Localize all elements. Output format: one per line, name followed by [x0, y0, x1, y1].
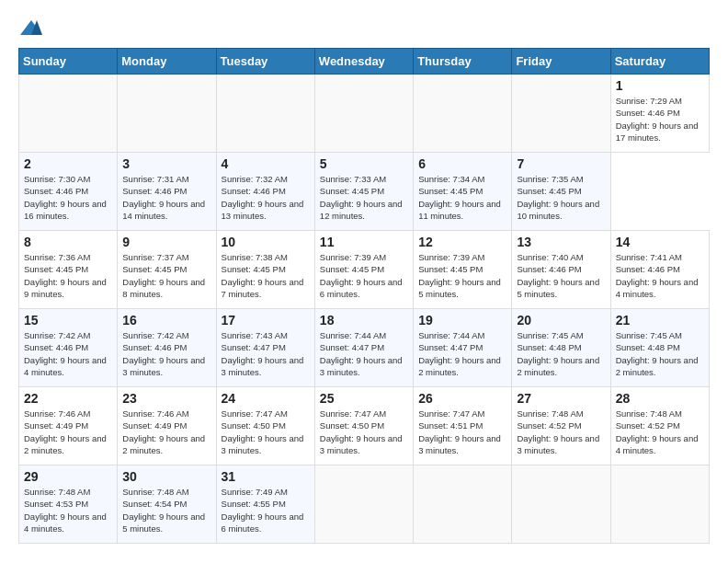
- cell-details: Sunrise: 7:47 AM Sunset: 4:51 PM Dayligh…: [418, 408, 506, 456]
- calendar-cell: 26 Sunrise: 7:47 AM Sunset: 4:51 PM Dayl…: [414, 387, 512, 465]
- day-number: 26: [418, 391, 506, 406]
- day-number: 8: [24, 235, 112, 249]
- calendar-cell: 23 Sunrise: 7:46 AM Sunset: 4:49 PM Dayl…: [118, 387, 216, 465]
- cell-details: Sunrise: 7:32 AM Sunset: 4:46 PM Dayligh…: [222, 173, 310, 222]
- day-number: 14: [616, 235, 704, 249]
- day-number: 4: [222, 156, 310, 171]
- calendar-cell: 30 Sunrise: 7:48 AM Sunset: 4:54 PM Dayl…: [118, 465, 216, 544]
- day-number: 30: [122, 469, 210, 484]
- day-number: 24: [222, 391, 310, 406]
- cell-details: Sunrise: 7:39 AM Sunset: 4:45 PM Dayligh…: [320, 251, 408, 300]
- cell-details: Sunrise: 7:38 AM Sunset: 4:45 PM Dayligh…: [222, 251, 310, 300]
- weekday-header: Wednesday: [314, 49, 413, 75]
- day-number: 15: [24, 313, 112, 327]
- cell-details: Sunrise: 7:45 AM Sunset: 4:48 PM Dayligh…: [517, 329, 605, 378]
- calendar-cell: 6 Sunrise: 7:34 AM Sunset: 4:45 PM Dayli…: [414, 153, 512, 231]
- day-number: 7: [517, 156, 605, 171]
- day-number: 3: [122, 156, 210, 171]
- calendar-cell: 1 Sunrise: 7:29 AM Sunset: 4:46 PM Dayli…: [610, 75, 709, 153]
- calendar-cell: 8 Sunrise: 7:36 AM Sunset: 4:45 PM Dayli…: [19, 231, 118, 309]
- day-number: 13: [517, 235, 605, 249]
- day-number: 5: [320, 156, 408, 171]
- day-number: 12: [418, 235, 506, 249]
- calendar-cell: 31 Sunrise: 7:49 AM Sunset: 4:55 PM Dayl…: [216, 465, 314, 544]
- calendar-cell: 27 Sunrise: 7:48 AM Sunset: 4:52 PM Dayl…: [512, 387, 610, 465]
- calendar-cell: [314, 75, 413, 153]
- cell-details: Sunrise: 7:33 AM Sunset: 4:45 PM Dayligh…: [320, 173, 408, 222]
- calendar-cell: 29 Sunrise: 7:48 AM Sunset: 4:53 PM Dayl…: [19, 465, 118, 544]
- calendar-cell: [512, 465, 610, 544]
- calendar-cell: [414, 75, 512, 153]
- calendar-cell: [19, 75, 118, 153]
- day-number: 11: [320, 235, 408, 249]
- weekday-header: Sunday: [19, 49, 118, 75]
- cell-details: Sunrise: 7:34 AM Sunset: 4:45 PM Dayligh…: [418, 173, 506, 222]
- cell-details: Sunrise: 7:48 AM Sunset: 4:54 PM Dayligh…: [122, 486, 210, 534]
- cell-details: Sunrise: 7:29 AM Sunset: 4:46 PM Dayligh…: [616, 95, 704, 144]
- cell-details: Sunrise: 7:48 AM Sunset: 4:52 PM Dayligh…: [616, 408, 704, 456]
- cell-details: Sunrise: 7:37 AM Sunset: 4:45 PM Dayligh…: [122, 251, 210, 300]
- calendar-cell: 18 Sunrise: 7:44 AM Sunset: 4:47 PM Dayl…: [314, 309, 413, 387]
- calendar-cell: [610, 465, 709, 544]
- calendar-cell: 14 Sunrise: 7:41 AM Sunset: 4:46 PM Dayl…: [610, 231, 709, 309]
- day-number: 9: [122, 235, 210, 249]
- cell-details: Sunrise: 7:46 AM Sunset: 4:49 PM Dayligh…: [24, 408, 112, 456]
- day-number: 6: [418, 156, 506, 171]
- cell-details: Sunrise: 7:47 AM Sunset: 4:50 PM Dayligh…: [222, 408, 310, 456]
- calendar-cell: 2 Sunrise: 7:30 AM Sunset: 4:46 PM Dayli…: [19, 153, 118, 231]
- cell-details: Sunrise: 7:31 AM Sunset: 4:46 PM Dayligh…: [122, 173, 210, 222]
- calendar-row: 1 Sunrise: 7:29 AM Sunset: 4:46 PM Dayli…: [19, 75, 710, 153]
- calendar-row: 29 Sunrise: 7:48 AM Sunset: 4:53 PM Dayl…: [19, 465, 710, 544]
- day-number: 27: [517, 391, 605, 406]
- day-number: 18: [320, 313, 408, 327]
- cell-details: Sunrise: 7:40 AM Sunset: 4:46 PM Dayligh…: [517, 251, 605, 300]
- cell-details: Sunrise: 7:42 AM Sunset: 4:46 PM Dayligh…: [24, 329, 112, 378]
- calendar-cell: 9 Sunrise: 7:37 AM Sunset: 4:45 PM Dayli…: [118, 231, 216, 309]
- cell-details: Sunrise: 7:45 AM Sunset: 4:48 PM Dayligh…: [616, 329, 704, 378]
- cell-details: Sunrise: 7:30 AM Sunset: 4:46 PM Dayligh…: [24, 173, 112, 222]
- calendar-cell: 4 Sunrise: 7:32 AM Sunset: 4:46 PM Dayli…: [216, 153, 314, 231]
- cell-details: Sunrise: 7:43 AM Sunset: 4:47 PM Dayligh…: [222, 329, 310, 378]
- day-number: 16: [122, 313, 210, 327]
- calendar-cell: [512, 75, 610, 153]
- cell-details: Sunrise: 7:44 AM Sunset: 4:47 PM Dayligh…: [418, 329, 506, 378]
- cell-details: Sunrise: 7:46 AM Sunset: 4:49 PM Dayligh…: [122, 408, 210, 456]
- day-number: 23: [122, 391, 210, 406]
- calendar-cell: 22 Sunrise: 7:46 AM Sunset: 4:49 PM Dayl…: [19, 387, 118, 465]
- cell-details: Sunrise: 7:35 AM Sunset: 4:45 PM Dayligh…: [517, 173, 605, 222]
- cell-details: Sunrise: 7:48 AM Sunset: 4:53 PM Dayligh…: [24, 486, 112, 534]
- calendar-table: SundayMondayTuesdayWednesdayThursdayFrid…: [18, 48, 710, 544]
- calendar-cell: [216, 75, 314, 153]
- page-header: [18, 18, 710, 39]
- calendar-cell: 3 Sunrise: 7:31 AM Sunset: 4:46 PM Dayli…: [118, 153, 216, 231]
- calendar-cell: 17 Sunrise: 7:43 AM Sunset: 4:47 PM Dayl…: [216, 309, 314, 387]
- day-number: 2: [24, 156, 112, 171]
- calendar-cell: [118, 75, 216, 153]
- calendar-row: 2 Sunrise: 7:30 AM Sunset: 4:46 PM Dayli…: [19, 153, 710, 231]
- day-number: 22: [24, 391, 112, 406]
- day-number: 25: [320, 391, 408, 406]
- calendar-cell: 11 Sunrise: 7:39 AM Sunset: 4:45 PM Dayl…: [314, 231, 413, 309]
- cell-details: Sunrise: 7:41 AM Sunset: 4:46 PM Dayligh…: [616, 251, 704, 300]
- cell-details: Sunrise: 7:42 AM Sunset: 4:46 PM Dayligh…: [122, 329, 210, 378]
- calendar-row: 22 Sunrise: 7:46 AM Sunset: 4:49 PM Dayl…: [19, 387, 710, 465]
- day-number: 17: [222, 313, 310, 327]
- calendar-cell: 5 Sunrise: 7:33 AM Sunset: 4:45 PM Dayli…: [314, 153, 413, 231]
- calendar-cell: 19 Sunrise: 7:44 AM Sunset: 4:47 PM Dayl…: [414, 309, 512, 387]
- weekday-header: Monday: [118, 49, 216, 75]
- day-number: 28: [616, 391, 704, 406]
- logo-icon: [18, 18, 44, 39]
- calendar-cell: 24 Sunrise: 7:47 AM Sunset: 4:50 PM Dayl…: [216, 387, 314, 465]
- cell-details: Sunrise: 7:49 AM Sunset: 4:55 PM Dayligh…: [222, 486, 310, 534]
- day-number: 29: [24, 469, 112, 484]
- cell-details: Sunrise: 7:39 AM Sunset: 4:45 PM Dayligh…: [418, 251, 506, 300]
- day-number: 20: [517, 313, 605, 327]
- calendar-cell: 13 Sunrise: 7:40 AM Sunset: 4:46 PM Dayl…: [512, 231, 610, 309]
- calendar-row: 15 Sunrise: 7:42 AM Sunset: 4:46 PM Dayl…: [19, 309, 710, 387]
- weekday-header: Tuesday: [216, 49, 314, 75]
- cell-details: Sunrise: 7:48 AM Sunset: 4:52 PM Dayligh…: [517, 408, 605, 456]
- day-number: 1: [616, 78, 704, 93]
- calendar-header-row: SundayMondayTuesdayWednesdayThursdayFrid…: [19, 49, 710, 75]
- calendar-cell: 28 Sunrise: 7:48 AM Sunset: 4:52 PM Dayl…: [610, 387, 709, 465]
- calendar-cell: [314, 465, 413, 544]
